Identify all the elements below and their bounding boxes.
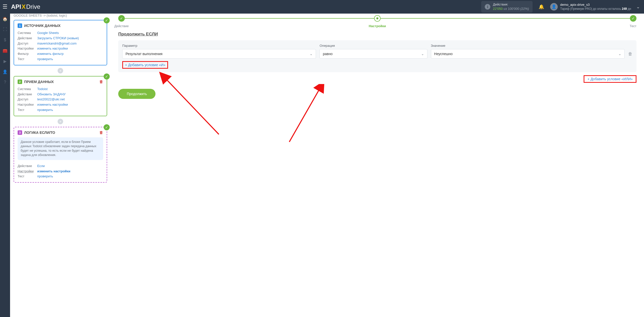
delete-condition-icon[interactable]: 🗑 [628, 52, 632, 57]
sidebar-account-icon[interactable]: 👤 [0, 66, 10, 77]
condition-group: Параметр Результат выполнения ⌄ Операция… [118, 40, 636, 72]
param-select[interactable]: Результат выполнения ⌄ [122, 49, 316, 59]
val-select[interactable]: Неуспешно ⌄ [431, 49, 625, 59]
check-icon [104, 73, 110, 80]
step-label-action: Действие [114, 24, 129, 28]
dest-system-link[interactable]: Todoist [37, 87, 48, 92]
step-label-settings: Настройки [369, 24, 386, 28]
logo-api: API [11, 3, 21, 10]
val-label: Значение [431, 44, 625, 48]
chevron-down-icon[interactable]: ⌄ [636, 4, 640, 10]
source-test-link[interactable]: проверить [37, 57, 53, 62]
card-source: 1 ИСТОЧНИК ДАННЫХ СистемаGoogle Sheets Д… [14, 20, 107, 65]
avatar-icon: 👤 [550, 3, 558, 11]
trash-icon[interactable]: 🗑 [99, 130, 103, 135]
svg-line-0 [166, 79, 219, 134]
card-number-1: 1 [18, 23, 22, 28]
logo-x: X [21, 3, 26, 10]
sidebar-home-icon[interactable]: 🏠 [0, 14, 10, 24]
actions-counter[interactable]: i Действия: 22'050 из 100'000 (22%) [481, 1, 532, 13]
info-icon: i [485, 4, 490, 10]
actions-used: 22'050 [493, 7, 503, 11]
logic-note: Данное условие сработает, если в блоке П… [18, 137, 103, 160]
actions-label: Действия: [493, 3, 529, 7]
source-access-link[interactable]: maverickandrii@gmail.com [37, 41, 76, 46]
brand-logo[interactable]: APIXDrive [11, 3, 40, 10]
actions-sep: из [504, 7, 507, 11]
card-number-2: 2 [18, 80, 22, 84]
chevron-down-icon: ⌄ [310, 52, 313, 56]
sidebar-money-icon[interactable]: $ [0, 35, 10, 45]
param-label: Параметр [122, 44, 316, 48]
op-select[interactable]: равно ⌄ [319, 49, 427, 59]
logo-drive: Drive [26, 3, 40, 10]
card-title-source: ИСТОЧНИК ДАННЫХ [24, 24, 61, 28]
add-step-button-1[interactable]: + [58, 68, 63, 73]
stepper: Действие Настройки Тест [118, 15, 636, 22]
step-active-icon[interactable] [374, 15, 381, 22]
chevron-down-icon: ⌄ [421, 52, 424, 56]
source-filter-link[interactable]: изменить фильтр [37, 51, 64, 57]
check-icon [104, 17, 110, 23]
card-title-dest: ПРИЕМ ДАННЫХ [24, 80, 54, 84]
user-menu[interactable]: 👤 demo_apix-drive_s3 Тариф |Премиум PRO|… [550, 3, 631, 11]
sidebar-help-icon[interactable]: ? [0, 77, 10, 88]
add-and-condition-button[interactable]: + Добавить условие «И» [122, 61, 168, 69]
logic-test-link[interactable]: проверить [37, 174, 53, 179]
breadcrumb: GOOGLE SHEETS -> (todoist, logic) [14, 14, 107, 20]
card-title-logic: ЛОГИКА ЕСЛИ/ТО [24, 131, 55, 135]
user-name: demo_apix-drive_s3 [560, 3, 631, 7]
dest-action-link[interactable]: Обновить ЗАДАЧУ [37, 92, 66, 97]
annotation-arrow-2 [287, 84, 347, 144]
source-system-link[interactable]: Google Sheets [37, 30, 59, 36]
check-icon [104, 124, 110, 130]
op-label: Операция [319, 44, 427, 48]
continue-button[interactable]: Продолжить [118, 89, 155, 99]
source-settings-link[interactable]: изменить настройки [37, 46, 68, 51]
dest-settings-link[interactable]: изменить настройки [37, 102, 68, 107]
actions-pct: (22%) [520, 7, 529, 11]
trash-icon[interactable]: 🗑 [99, 80, 103, 84]
dest-test-link[interactable]: проверить [37, 107, 53, 113]
step-label-test: Тест [630, 24, 636, 28]
logic-settings-link[interactable]: изменить настройки [37, 169, 70, 174]
svg-line-1 [289, 89, 319, 142]
chevron-down-icon: ⌄ [618, 52, 621, 56]
card-destination: 2 ПРИЕМ ДАННЫХ 🗑 СистемаTodoist Действие… [14, 76, 107, 116]
sidebar-briefcase-icon[interactable]: 🧰 [0, 45, 10, 56]
plus-icon: + [125, 63, 127, 67]
step-done-icon[interactable] [630, 15, 636, 22]
add-or-condition-button[interactable]: + Добавить условие «ИЛИ» [584, 75, 636, 83]
card-number-3: 3 [18, 130, 22, 135]
dest-access-link[interactable]: test20022@ukr.net [37, 97, 65, 102]
step-done-icon[interactable] [118, 15, 125, 22]
tariff-text: Тариф |Премиум PRO| до оплаты осталось 2… [560, 7, 631, 11]
sidebar-video-icon[interactable]: ▶ [0, 56, 10, 66]
add-step-button-2[interactable]: + [58, 119, 63, 124]
source-action-link[interactable]: Загрузить СТРОКИ (новые) [37, 36, 79, 41]
card-logic: 3 ЛОГИКА ЕСЛИ/ТО 🗑 Данное условие сработ… [14, 127, 107, 183]
section-title: Продолжить ЕСЛИ [118, 32, 636, 37]
plus-icon: + [587, 77, 589, 81]
logic-action-link[interactable]: Если [37, 164, 45, 169]
notifications-icon[interactable]: 🔔 [539, 4, 544, 10]
hamburger-icon[interactable]: ☰ [0, 4, 10, 10]
actions-total: 100'000 [508, 7, 519, 11]
sidebar: 🏠 ⛶ $ 🧰 ▶ 👤 ? [0, 14, 10, 317]
sidebar-connections-icon[interactable]: ⛶ [0, 24, 10, 35]
